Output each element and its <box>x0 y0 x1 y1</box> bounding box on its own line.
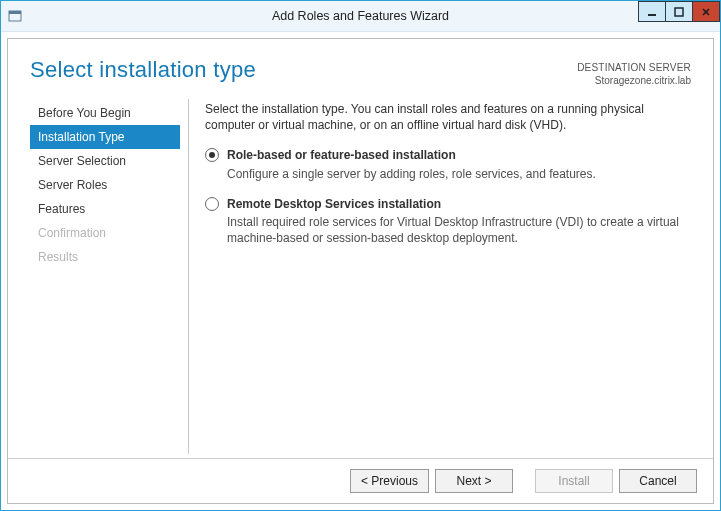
nav-item-results: Results <box>30 245 180 269</box>
svg-rect-3 <box>675 8 683 16</box>
option-text: Remote Desktop Services installationInst… <box>227 196 691 247</box>
install-button: Install <box>535 469 613 493</box>
option-text: Role-based or feature-based installation… <box>227 147 596 181</box>
option-title: Role-based or feature-based installation <box>227 147 596 163</box>
nav-separator <box>188 99 189 454</box>
destination-label: DESTINATION SERVER <box>577 61 691 74</box>
wizard-footer: < Previous Next > Install Cancel <box>8 458 713 503</box>
nav-item-features[interactable]: Features <box>30 197 180 221</box>
svg-rect-1 <box>9 11 21 14</box>
nav-item-server-selection[interactable]: Server Selection <box>30 149 180 173</box>
option-desc: Install required role services for Virtu… <box>227 214 691 246</box>
option-title: Remote Desktop Services installation <box>227 196 691 212</box>
wizard-panel: Select installation type DESTINATION SER… <box>7 38 714 504</box>
app-icon <box>7 8 23 24</box>
nav-item-confirmation: Confirmation <box>30 221 180 245</box>
cancel-button[interactable]: Cancel <box>619 469 697 493</box>
option-desc: Configure a single server by adding role… <box>227 166 596 182</box>
window-controls <box>638 1 720 22</box>
close-button[interactable] <box>692 1 720 22</box>
nav-item-server-roles[interactable]: Server Roles <box>30 173 180 197</box>
next-button[interactable]: Next > <box>435 469 513 493</box>
minimize-button[interactable] <box>638 1 666 22</box>
previous-button[interactable]: < Previous <box>350 469 429 493</box>
page-title: Select installation type <box>30 57 256 87</box>
wizard-main: Select the installation type. You can in… <box>205 95 691 458</box>
wizard-nav: Before You BeginInstallation TypeServer … <box>30 95 180 458</box>
destination-server: DESTINATION SERVER Storagezone.citrix.la… <box>577 57 691 87</box>
nav-item-before-you-begin[interactable]: Before You Begin <box>30 101 180 125</box>
intro-text: Select the installation type. You can in… <box>205 101 691 133</box>
nav-item-installation-type[interactable]: Installation Type <box>30 125 180 149</box>
radio-icon[interactable] <box>205 197 219 211</box>
destination-value: Storagezone.citrix.lab <box>577 74 691 87</box>
titlebar: Add Roles and Features Wizard <box>1 1 720 32</box>
install-option-1[interactable]: Remote Desktop Services installationInst… <box>205 196 691 247</box>
header-row: Select installation type DESTINATION SER… <box>8 39 713 95</box>
svg-rect-2 <box>648 14 656 16</box>
wizard-window: Add Roles and Features Wizard Select ins… <box>0 0 721 511</box>
install-option-0[interactable]: Role-based or feature-based installation… <box>205 147 691 181</box>
window-title: Add Roles and Features Wizard <box>1 9 720 23</box>
radio-icon[interactable] <box>205 148 219 162</box>
maximize-button[interactable] <box>665 1 693 22</box>
installation-options: Role-based or feature-based installation… <box>205 147 691 246</box>
